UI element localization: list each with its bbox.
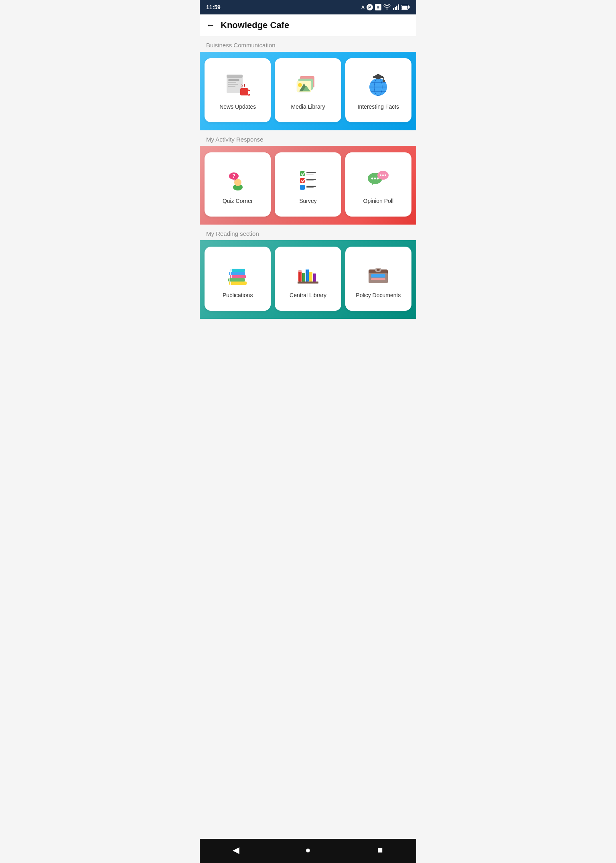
card-media-library[interactable]: Media Library <box>275 58 341 122</box>
status-icons: A P ≡ <box>361 4 410 10</box>
quiz-corner-label: Quiz Corner <box>223 198 253 204</box>
section-band-teal: Publications <box>200 240 416 319</box>
central-library-icon <box>295 261 321 286</box>
card-quiz-corner[interactable]: ? Quiz Corner <box>205 152 271 217</box>
svg-rect-37 <box>306 174 314 174</box>
quiz-corner-icon: ? <box>225 166 251 192</box>
svg-point-46 <box>374 178 376 180</box>
card-policy-documents[interactable]: Policy Documents <box>345 247 411 311</box>
svg-rect-75 <box>298 270 302 272</box>
app-icon-m: ≡ <box>375 4 381 10</box>
svg-rect-82 <box>377 269 380 271</box>
svg-point-52 <box>385 174 386 176</box>
svg-point-18 <box>298 83 302 87</box>
section-activity: My Activity Response ? Quiz C <box>200 130 416 225</box>
policy-documents-icon <box>365 261 391 286</box>
media-library-label: Media Library <box>291 103 325 110</box>
status-time: 11:59 <box>206 4 221 10</box>
svg-rect-57 <box>229 272 245 275</box>
signal-icon <box>393 4 399 10</box>
bottom-nav: ◀ ● ■ <box>200 839 416 863</box>
svg-rect-54 <box>229 282 247 285</box>
svg-rect-29 <box>383 80 385 82</box>
nav-square-button[interactable]: ■ <box>372 842 388 858</box>
svg-marker-27 <box>373 74 384 79</box>
svg-rect-78 <box>369 273 388 283</box>
news-updates-label: News Updates <box>219 103 256 110</box>
card-news-updates[interactable]: News Updates <box>205 58 271 122</box>
policy-documents-label: Policy Documents <box>356 292 401 298</box>
svg-rect-7 <box>409 6 410 8</box>
svg-point-51 <box>382 174 384 176</box>
section-band-blue: News Updates <box>200 52 416 130</box>
card-publications[interactable]: Publications <box>205 247 271 311</box>
section-reading: My Reading section <box>200 225 416 319</box>
news-updates-icon <box>225 72 251 98</box>
svg-rect-55 <box>228 278 245 282</box>
svg-rect-9 <box>227 75 243 78</box>
svg-text:?: ? <box>232 173 235 179</box>
sim-icon: A <box>361 5 365 10</box>
svg-rect-58 <box>231 269 245 272</box>
svg-rect-40 <box>306 180 314 181</box>
svg-rect-79 <box>371 274 385 278</box>
svg-rect-12 <box>228 84 238 85</box>
survey-icon <box>295 166 321 192</box>
publications-icon <box>225 261 251 286</box>
central-library-label: Central Library <box>290 292 326 298</box>
svg-rect-43 <box>306 187 314 188</box>
nav-home-button[interactable]: ● <box>300 842 316 858</box>
top-bar: ← Knowledge Cafe <box>200 14 416 36</box>
svg-rect-65 <box>298 271 302 282</box>
svg-rect-4 <box>398 4 399 10</box>
survey-label: Survey <box>299 198 317 204</box>
svg-point-50 <box>380 174 381 176</box>
section-business-comm: Buisiness Communication <box>200 36 416 130</box>
svg-rect-1 <box>393 8 394 10</box>
svg-rect-11 <box>228 82 236 83</box>
svg-rect-67 <box>302 273 305 282</box>
interesting-facts-label: Interesting Facts <box>358 103 399 110</box>
opinion-poll-icon <box>365 166 391 192</box>
svg-rect-71 <box>309 272 312 282</box>
media-library-icon <box>295 72 321 98</box>
svg-rect-10 <box>228 79 239 81</box>
svg-rect-76 <box>306 269 309 270</box>
card-interesting-facts[interactable]: Interesting Facts <box>345 58 411 122</box>
status-bar: 11:59 A P ≡ <box>200 0 416 14</box>
main-content: Buisiness Communication <box>200 36 416 839</box>
svg-rect-36 <box>306 172 316 173</box>
svg-rect-2 <box>395 7 396 10</box>
battery-icon <box>401 5 410 10</box>
svg-rect-73 <box>313 273 316 282</box>
card-central-library[interactable]: Central Library <box>275 247 341 311</box>
svg-rect-41 <box>300 185 305 190</box>
publications-label: Publications <box>223 292 253 298</box>
wifi-icon <box>383 4 391 10</box>
card-survey[interactable]: Survey <box>275 152 341 217</box>
svg-point-0 <box>387 9 387 10</box>
svg-rect-80 <box>371 278 385 280</box>
svg-rect-14 <box>240 88 248 95</box>
svg-point-45 <box>371 178 373 180</box>
back-button[interactable]: ← <box>206 20 215 30</box>
svg-rect-42 <box>306 186 316 187</box>
svg-rect-6 <box>402 6 407 9</box>
svg-rect-64 <box>298 282 318 284</box>
section-label-business: Buisiness Communication <box>200 36 416 52</box>
opinion-poll-label: Opinion Poll <box>363 198 394 204</box>
svg-rect-56 <box>230 275 246 278</box>
app-icon-p: P <box>367 4 373 10</box>
section-label-reading: My Reading section <box>200 225 416 240</box>
card-opinion-poll[interactable]: Opinion Poll <box>345 152 411 217</box>
svg-rect-69 <box>306 269 309 282</box>
page-title: Knowledge Cafe <box>221 20 289 30</box>
nav-back-button[interactable]: ◀ <box>228 842 244 858</box>
svg-rect-39 <box>306 179 316 180</box>
svg-rect-13 <box>228 86 235 87</box>
section-band-red: ? Quiz Corner <box>200 146 416 225</box>
section-label-activity: My Activity Response <box>200 130 416 146</box>
svg-rect-3 <box>396 6 397 10</box>
interesting-facts-icon <box>365 72 391 98</box>
